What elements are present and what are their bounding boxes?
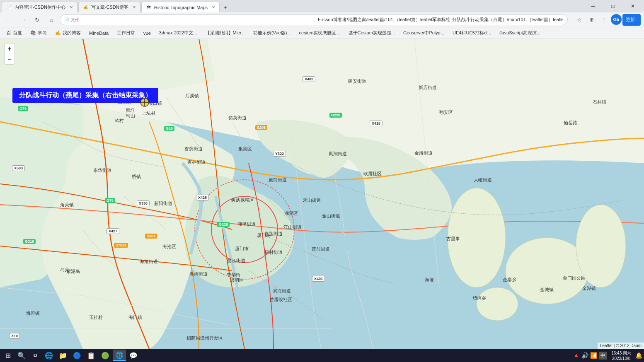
reload-button[interactable]: ↻	[31, 14, 43, 26]
taskbar-search-button[interactable]: 🔍	[15, 350, 28, 361]
zoom-out-button[interactable]: −	[4, 54, 15, 65]
taskbar-task-view[interactable]: ⧉	[29, 350, 41, 361]
bookmark-label-work: 工作日常	[117, 30, 135, 36]
taskbar: ⊞ 🔍 ⧉ 🌐 📁 🔵 📋 🟢 🌐 💬 🔺 🔊 📶 中 16:43 周六 202…	[0, 349, 644, 362]
leaflet-attribution: Leaflet | © 2012 Daum	[598, 343, 644, 349]
profile-button[interactable]: G5	[611, 14, 622, 25]
svg-point-10	[144, 101, 145, 103]
bookmark-label-func: 功能示例(Vue版)...	[253, 30, 291, 36]
new-tab-button[interactable]: +	[220, 2, 230, 12]
update-button[interactable]: 更新 :	[622, 14, 641, 26]
svg-point-6	[477, 287, 518, 321]
bookmark-geoserver[interactable]: Geoserver中Polyg...	[400, 29, 448, 38]
bookmark-vue[interactable]: vue	[140, 29, 154, 38]
url-text: E:/csdn博客者/地图之家/leaflet篇/101.（leaflet篇）l…	[318, 17, 563, 23]
taskbar-keyboard-icon[interactable]: 中	[599, 352, 607, 360]
bookmark-js[interactable]: JavaSscript高深演...	[496, 29, 544, 38]
minimize-button[interactable]: ─	[583, 0, 603, 12]
svg-point-3	[448, 188, 506, 287]
taskbar-app2[interactable]: 📋	[85, 350, 98, 361]
tab-close-1[interactable]: ✕	[70, 5, 73, 10]
tab-favicon-3: 🗺	[146, 5, 152, 10]
taskbar-clock[interactable]: 16:43 周六 2022/10/8	[609, 350, 634, 361]
bookmark-button[interactable]: ☆	[574, 14, 585, 26]
svg-point-5	[576, 205, 626, 287]
tab-title-1: 内容管理-CSDN创作中心	[15, 4, 65, 10]
bookmark-label-js: JavaSscript高深演...	[499, 30, 540, 36]
zoom-in-button[interactable]: +	[4, 43, 15, 54]
bookmark-micro[interactable]: 【采测能用】Micr...	[202, 29, 248, 38]
bookmark-work[interactable]: 工作日常	[114, 29, 138, 38]
header-actions: ☆ ⊕ ⋮ G5 更新 :	[574, 14, 641, 26]
bookmark-icon-study: 📚	[30, 30, 36, 36]
bookmarks-bar: 百 百度 📚 学习 ✍ 我的博客 MineData 工作日常 vue 3dmax…	[0, 27, 644, 39]
bookmark-baidu[interactable]: 百 百度	[3, 29, 25, 38]
tab-close-2[interactable]: ✕	[133, 5, 136, 10]
tab-historic-maps[interactable]: 🗺 Historic Topographic Maps ✕	[141, 2, 220, 12]
map-tooltip: 分队战斗行动（燕尾）采集（右击结束采集）	[12, 88, 158, 103]
bookmark-label-study: 学习	[38, 30, 47, 36]
address-bar: ← → ↻ ⌂ 📄 文件 E:/csdn博客者/地图之家/leaflet篇/10…	[0, 12, 644, 27]
bookmark-label-myblog: 我的博客	[63, 30, 81, 36]
zoom-controls: + −	[4, 43, 15, 65]
zoom-view-button[interactable]: ⊕	[586, 14, 598, 26]
tabs-row: 📄 内容管理-CSDN创作中心 ✕ ✍ 写文章-CSDN博客 ✕ 🗺 Histo…	[0, 0, 644, 12]
bookmark-cesium2[interactable]: 基于Cesium实现遥感...	[345, 29, 398, 38]
window-controls: ─ □ ✕	[583, 0, 642, 12]
taskbar-app3[interactable]: 🟢	[99, 350, 112, 361]
tab-title-3: Historic Topographic Maps	[154, 5, 208, 10]
bookmark-label-ue4: UE4和UE5打标cl...	[453, 30, 491, 36]
taskbar-explorer-button[interactable]: 📁	[56, 350, 70, 361]
taskbar-volume-icon[interactable]: 🔊	[581, 352, 588, 359]
bookmark-label-minedata: MineData	[89, 31, 109, 36]
taskbar-system-icons: 🔺 🔊 📶 中 16:43 周六 2022/10/8 🔔	[573, 350, 642, 361]
taskbar-wechat[interactable]: 💬	[127, 350, 140, 361]
close-button[interactable]: ✕	[623, 0, 642, 12]
taskbar-notification-icon[interactable]: 🔔	[635, 352, 642, 359]
taskbar-date: 2022/10/8	[612, 356, 631, 361]
tab-title-2: 写文章-CSDN博客	[91, 4, 128, 10]
bookmark-minedata[interactable]: MineData	[86, 29, 112, 38]
bookmark-label-cesium1: cesium实现鹰眼区...	[299, 30, 340, 36]
bookmark-label-vue: vue	[143, 31, 151, 36]
bookmark-label-cesium2: 基于Cesium实现遥感...	[349, 30, 395, 36]
tab-favicon-2: ✍	[83, 5, 89, 10]
taskbar-time: 16:43 周六	[611, 350, 631, 356]
bookmark-func[interactable]: 功能示例(Vue版)...	[250, 29, 294, 38]
settings-button[interactable]: ⋮	[598, 14, 610, 26]
cursor-marker	[139, 97, 150, 108]
forward-button[interactable]: →	[17, 14, 29, 26]
bookmark-icon-baidu: 百	[7, 30, 11, 36]
taskbar-wifi-icon[interactable]: 📶	[590, 352, 597, 359]
url-file-icon: 📄	[64, 17, 69, 22]
map-container[interactable]: 民安街道后溪镇新店街道石井镇翔安区仙岳路田头村澳口镇新圩上坑村柯山岭村仿英街道集…	[0, 39, 644, 349]
bookmark-label-3dmax: 3dmax 2022中文...	[159, 30, 197, 36]
bookmark-icon-myblog: ✍	[55, 30, 61, 36]
bookmark-label-baidu: 百度	[13, 30, 22, 36]
taskbar-network-icon[interactable]: 🔺	[573, 352, 580, 359]
taskbar-app1[interactable]: 🔵	[70, 350, 84, 361]
tab-csdn-write[interactable]: ✍ 写文章-CSDN博客 ✕	[78, 2, 140, 12]
bookmark-label-micro: 【采测能用】Micr...	[206, 30, 245, 36]
taskbar-browser-active[interactable]: 🌐	[113, 350, 126, 361]
bookmark-ue4[interactable]: UE4和UE5打标cl...	[449, 29, 494, 38]
tab-close-3[interactable]: ✕	[212, 5, 215, 10]
browser-chrome: 📄 内容管理-CSDN创作中心 ✕ ✍ 写文章-CSDN博客 ✕ 🗺 Histo…	[0, 0, 644, 39]
taskbar-edge-button[interactable]: 🌐	[42, 350, 56, 361]
tab-favicon-1: 📄	[6, 5, 12, 10]
bookmark-label-geoserver: Geoserver中Polyg...	[403, 30, 444, 36]
bookmark-3dmax[interactable]: 3dmax 2022中文...	[156, 29, 201, 38]
bookmark-myblog[interactable]: ✍ 我的博客	[52, 29, 84, 38]
bookmark-cesium1[interactable]: cesium实现鹰眼区...	[296, 29, 344, 38]
tab-csdn-creator[interactable]: 📄 内容管理-CSDN创作中心 ✕	[2, 2, 77, 12]
back-button[interactable]: ←	[3, 14, 15, 26]
url-prefix: 文件	[71, 17, 316, 23]
map-background	[0, 39, 644, 349]
taskbar-start-button[interactable]: ⊞	[2, 350, 14, 361]
home-button[interactable]: ⌂	[46, 14, 57, 26]
bookmark-study[interactable]: 📚 学习	[27, 29, 50, 38]
maximize-button[interactable]: □	[603, 0, 622, 12]
url-bar[interactable]: 📄 文件 E:/csdn博客者/地图之家/leaflet篇/101.（leafl…	[60, 14, 568, 25]
